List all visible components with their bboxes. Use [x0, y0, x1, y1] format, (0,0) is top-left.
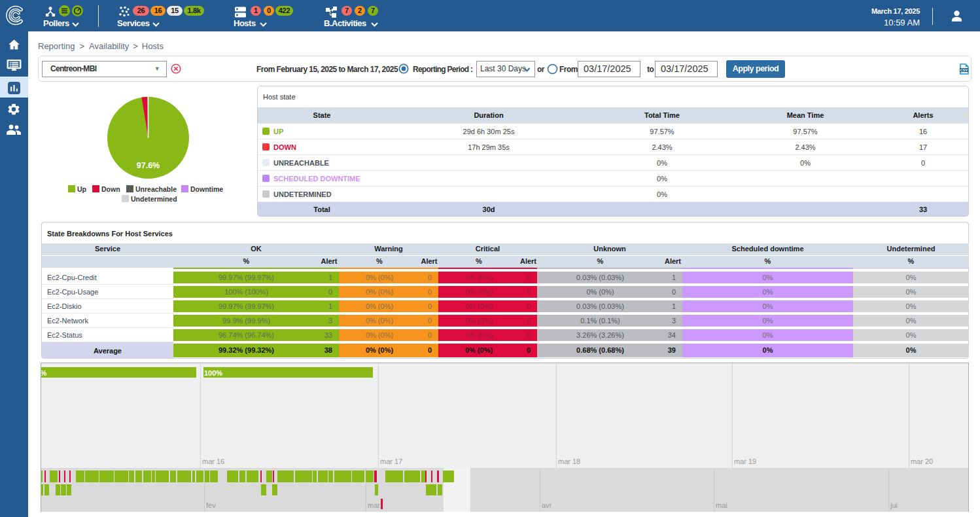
- svg-text:CSV: CSV: [960, 68, 968, 72]
- svg-text:97.6%: 97.6%: [137, 161, 160, 170]
